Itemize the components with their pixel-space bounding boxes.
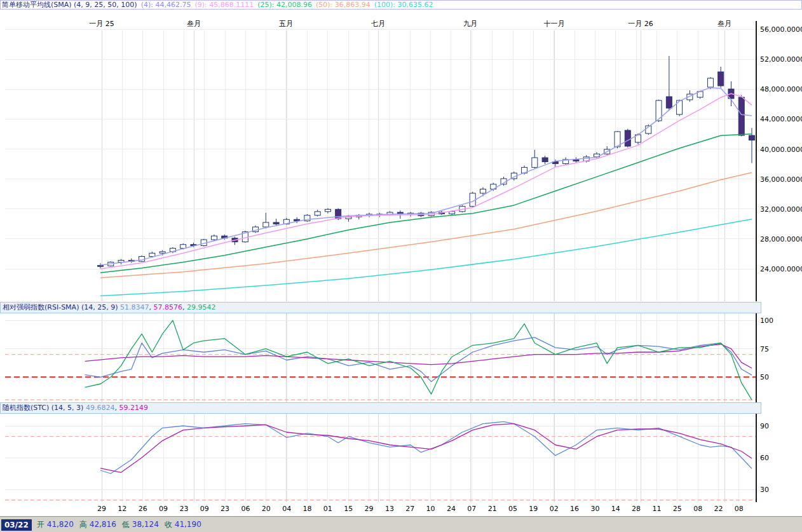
- day-label: 27: [405, 505, 414, 513]
- candle[interactable]: [304, 214, 310, 222]
- day-label: 06: [241, 505, 250, 513]
- candle-body: [211, 236, 217, 240]
- sma-4-line: [100, 88, 752, 265]
- sma-param-value: 45,868.1111: [207, 1, 254, 9]
- candle[interactable]: [532, 150, 538, 168]
- candle[interactable]: [738, 95, 744, 137]
- day-label: 09: [159, 505, 168, 513]
- sma-25-line: [100, 134, 752, 273]
- sma-param-value: 44,462.75: [153, 1, 191, 9]
- day-label: 13: [385, 505, 394, 513]
- stc-d-line: [100, 424, 752, 473]
- rsi-header: 相对强弱指数(RSI-SMA) (14, 25, 9) 51.8347, 57.…: [0, 302, 761, 313]
- candle-body: [98, 266, 104, 267]
- day-label: 29: [365, 505, 374, 513]
- day-label: 24: [447, 505, 456, 513]
- indicator-value: 57.8576: [153, 303, 182, 311]
- day-label: 29: [97, 505, 106, 513]
- candle[interactable]: [98, 263, 104, 268]
- candle-body: [160, 252, 165, 253]
- y-axis-label: 44,000.0000: [760, 115, 802, 123]
- ohlc-label: 低: [122, 520, 130, 529]
- y-axis-label: 100: [760, 317, 773, 325]
- stc-header: 随机指数(STC) (14, 5, 3) 49.6824, 59.2149: [0, 402, 761, 414]
- candle-body: [263, 222, 269, 227]
- stc-chart[interactable]: 906030: [0, 414, 802, 502]
- rsi-sma-25-line: [85, 344, 752, 369]
- day-label: 25: [673, 505, 682, 513]
- candle-body: [449, 212, 455, 214]
- candle[interactable]: [470, 192, 475, 207]
- rsi-values: 51.8347, 57.8576, 29.9542: [120, 303, 216, 311]
- candle-body: [718, 72, 724, 86]
- y-axis-label: 75: [760, 345, 769, 353]
- candle[interactable]: [563, 157, 569, 165]
- y-axis-label: 50: [760, 373, 769, 381]
- status-bar: 03/22开41,820高42,816低38,124收41,190: [0, 516, 802, 532]
- candle[interactable]: [677, 100, 683, 116]
- candle[interactable]: [666, 56, 672, 110]
- month-label: 七月: [370, 20, 385, 28]
- day-label: 14: [611, 505, 620, 513]
- candle-body: [749, 135, 755, 140]
- day-label: 10: [426, 505, 435, 513]
- sma-legend-bar: 简单移动平均线(SMA) (4, 9, 25, 50, 100)(4): 44,…: [0, 0, 802, 10]
- ohlc-readout: 开41,820高42,816低38,124收41,190: [37, 520, 207, 529]
- ohlc-label: 收: [165, 520, 172, 529]
- sma-values: (4): 44,462.75(9): 45,868.1111(25): 42,0…: [137, 1, 433, 9]
- separator: ,: [182, 303, 187, 311]
- ohlc-label: 高: [79, 520, 87, 529]
- candle-body: [625, 130, 630, 146]
- day-label: 23: [179, 505, 188, 513]
- ohlc-value: 41,820: [47, 520, 74, 529]
- candle[interactable]: [118, 259, 124, 264]
- y-axis-label: 36,000.0000: [760, 175, 802, 184]
- candle-body: [325, 209, 330, 212]
- indicator-value: 29.9542: [187, 303, 216, 311]
- day-label: 16: [570, 505, 579, 513]
- rsi-chart[interactable]: 1007550: [0, 313, 802, 402]
- ohlc-label: 开: [37, 520, 44, 529]
- candle[interactable]: [542, 156, 548, 164]
- date-badge: 03/22: [1, 519, 32, 531]
- candle[interactable]: [263, 213, 269, 229]
- sma-param-key: (4):: [141, 1, 153, 9]
- candle-body: [273, 222, 279, 224]
- day-label: 04: [282, 505, 291, 513]
- y-axis-label: 24,000.0000: [760, 265, 802, 273]
- candle[interactable]: [625, 129, 630, 147]
- sma-param-key: (9):: [194, 1, 207, 9]
- day-label: 26: [139, 505, 147, 513]
- sma-param-key: (50):: [316, 1, 332, 9]
- candle[interactable]: [253, 226, 259, 233]
- day-label: 19: [529, 505, 538, 513]
- day-label: 23: [221, 505, 229, 513]
- sma-title: 简单移动平均线(SMA) (4, 9, 25, 50, 100): [2, 1, 137, 9]
- candle[interactable]: [273, 219, 279, 226]
- day-label: 09: [200, 505, 209, 513]
- day-label: 08: [693, 505, 702, 513]
- day-label: 21: [488, 505, 497, 513]
- candle-body: [738, 97, 744, 135]
- candle[interactable]: [491, 183, 496, 191]
- day-label: 12: [118, 505, 126, 513]
- y-axis-label: 60: [760, 454, 769, 462]
- day-label: 07: [467, 505, 476, 513]
- candle[interactable]: [139, 256, 145, 263]
- sma-100-line: [100, 219, 752, 296]
- sma-50-line: [100, 173, 752, 278]
- candle-body: [542, 158, 548, 161]
- day-label: 15: [344, 505, 353, 513]
- candle-body: [666, 97, 672, 108]
- candle-body: [532, 158, 538, 167]
- y-axis-label: 52,000.0000: [760, 55, 802, 64]
- candle[interactable]: [315, 210, 320, 217]
- candle-body: [480, 189, 486, 193]
- candle[interactable]: [718, 67, 724, 88]
- candle[interactable]: [749, 128, 755, 163]
- sma-param-value: 36,863.94: [332, 1, 370, 9]
- month-label: 叁月: [717, 20, 731, 28]
- sma-param-key: (100):: [374, 1, 395, 9]
- candlestick-chart[interactable]: 56,000.000052,000.000048,000.000044,000.…: [0, 10, 802, 302]
- indicator-value: 49.6824: [86, 404, 115, 412]
